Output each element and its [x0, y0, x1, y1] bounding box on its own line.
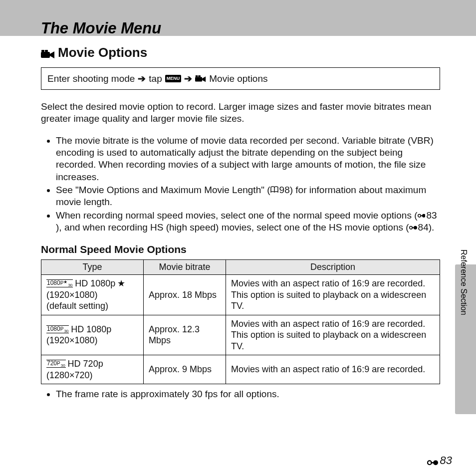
- arrow-icon: ➔: [184, 73, 192, 84]
- reference-icon: [418, 210, 426, 217]
- svg-rect-16: [431, 462, 434, 463]
- svg-point-12: [413, 226, 417, 230]
- instruction-part1: Enter shooting mode: [47, 73, 135, 84]
- page-title: The Movie Menu: [41, 19, 161, 37]
- list-item: When recording normal speed movies, sele…: [56, 210, 440, 234]
- cell-bitrate: Approx. 18 Mbps: [144, 275, 226, 315]
- svg-rect-3: [45, 50, 48, 52]
- instruction-part2: Movie options: [209, 73, 267, 84]
- side-section-label: Reference Section: [459, 249, 468, 315]
- reference-icon: [409, 222, 417, 229]
- resolution-badge-icon: 1080P30: [46, 325, 69, 333]
- type-name: HD 720p: [68, 358, 103, 370]
- menu-icon: MENU: [165, 75, 182, 82]
- type-resolution: (1280×720): [46, 370, 138, 381]
- arrow-icon: ➔: [138, 73, 146, 84]
- cell-type: 1080P30 HD 1080p(1920×1080): [41, 315, 144, 355]
- bullet-list: The movie bitrate is the volume of movie…: [41, 135, 440, 234]
- bullet-text-pre: See "Movie Options and Maximum Movie Len…: [56, 185, 270, 195]
- reference-icon: [427, 457, 438, 465]
- type-name: HD 1080p: [71, 324, 111, 335]
- bullet-ref: 98: [279, 184, 290, 196]
- page-number-value: 83: [440, 454, 452, 467]
- type-name: HD 1080p: [75, 278, 115, 289]
- col-bitrate: Movie bitrate: [144, 260, 226, 275]
- bullet-ref2: 84: [418, 222, 429, 234]
- type-extra: (default setting): [46, 300, 138, 312]
- col-description: Description: [226, 260, 440, 275]
- cell-bitrate: Approx. 12.3 Mbps: [144, 315, 226, 355]
- footnote-list: The frame rate is approximately 30 fps f…: [41, 388, 440, 401]
- star-icon: ★: [117, 278, 125, 289]
- cell-type: 1080P★30 HD 1080p★(1920×1080)(default se…: [41, 275, 144, 315]
- resolution-badge-icon: 1080P★30: [46, 279, 73, 287]
- bullet-text-post: ).: [429, 222, 435, 233]
- movie-options-heading: Movie Options: [41, 45, 440, 60]
- table-row: 1080P30 HD 1080p(1920×1080)Approx. 12.3 …: [41, 315, 440, 355]
- bullet-text: The movie bitrate is the volume of movie…: [56, 135, 434, 182]
- svg-point-15: [433, 461, 438, 466]
- svg-point-9: [422, 214, 425, 218]
- page-number: 83: [427, 454, 452, 467]
- bullet-text-mid: ), and when recording HS (high speed) mo…: [56, 222, 409, 233]
- svg-marker-5: [202, 76, 206, 82]
- svg-marker-1: [50, 51, 54, 58]
- movie-camera-icon: [195, 75, 206, 83]
- normal-speed-heading: Normal Speed Movie Options: [41, 243, 440, 255]
- movie-camera-icon: [41, 48, 55, 58]
- movie-options-label: Movie Options: [58, 45, 147, 60]
- instruction-box: Enter shooting mode ➔ tap MENU ➔ Movie o…: [41, 67, 440, 90]
- type-resolution: (1920×1080): [46, 335, 138, 346]
- svg-rect-7: [199, 75, 201, 77]
- cell-bitrate: Approx. 9 Mbps: [144, 355, 226, 384]
- svg-rect-6: [196, 75, 198, 77]
- cell-description: Movies with an aspect ratio of 16:9 are …: [226, 355, 440, 384]
- intro-paragraph: Select the desired movie option to recor…: [41, 101, 440, 125]
- cell-type: 720P30 HD 720p(1280×720): [41, 355, 144, 384]
- instruction-tap: tap: [149, 73, 162, 84]
- cell-description: Movies with an aspect ratio of 16:9 are …: [226, 275, 440, 315]
- svg-rect-13: [412, 228, 414, 229]
- svg-rect-10: [420, 215, 422, 216]
- cell-description: Movies with an aspect ratio of 16:9 are …: [226, 315, 440, 355]
- table-row: 1080P★30 HD 1080p★(1920×1080)(default se…: [41, 275, 440, 315]
- svg-rect-0: [41, 52, 50, 58]
- list-item: See "Movie Options and Maximum Movie Len…: [56, 184, 440, 209]
- options-table: Type Movie bitrate Description 1080P★30 …: [41, 259, 440, 384]
- table-row: 720P30 HD 720p(1280×720)Approx. 9 MbpsMo…: [41, 355, 440, 384]
- type-resolution: (1920×1080): [46, 289, 138, 301]
- bullet-text-pre: When recording normal speed movies, sele…: [56, 210, 418, 221]
- resolution-badge-icon: 720P30: [46, 360, 66, 368]
- book-icon: [270, 184, 278, 191]
- footnote-item: The frame rate is approximately 30 fps f…: [56, 388, 440, 401]
- svg-rect-4: [195, 77, 202, 81]
- svg-rect-2: [41, 50, 44, 52]
- bullet-ref: 83: [427, 210, 437, 222]
- col-type: Type: [41, 260, 144, 275]
- list-item: The movie bitrate is the volume of movie…: [56, 135, 440, 183]
